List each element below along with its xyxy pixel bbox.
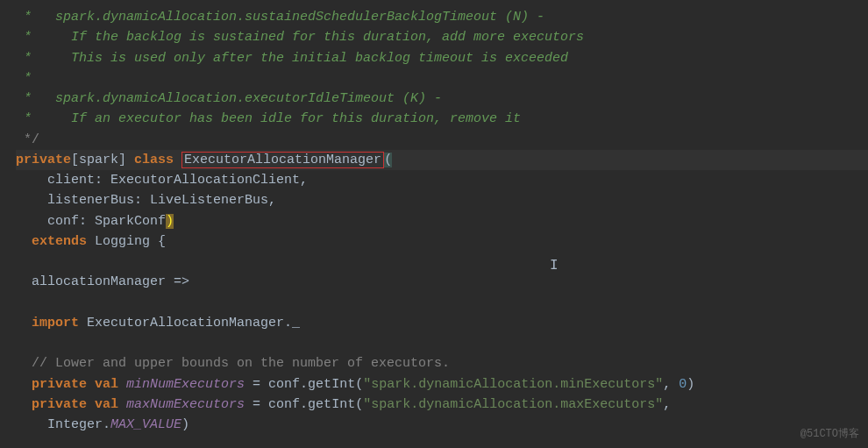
self-type-line[interactable]: allocationManager => <box>16 272 868 292</box>
val-declaration-line[interactable]: private val maxNumExecutors = conf.getIn… <box>16 395 868 415</box>
code-text: = conf.getInt( <box>245 377 363 392</box>
keyword-class: class <box>134 153 181 167</box>
param-line[interactable]: client: ExecutorAllocationClient, <box>16 170 868 190</box>
continuation-line[interactable]: Integer.MAX_VALUE) <box>16 415 868 435</box>
code-text: * If an executor has been idle for this … <box>16 111 521 126</box>
class-name-highlighted[interactable]: ExecutorAllocationManager <box>181 152 384 168</box>
keyword-val: val <box>95 397 118 412</box>
keyword-private: private <box>32 377 87 392</box>
comment-line: * This is used only after the initial ba… <box>16 48 868 68</box>
bracket: [ <box>71 153 79 167</box>
keyword-extends: extends <box>32 234 87 249</box>
line-comment: // Lower and upper bounds on the number … <box>16 353 868 373</box>
comment-line: */ <box>16 130 868 150</box>
comment-line: * If an executor has been idle for this … <box>16 109 868 129</box>
keyword-import: import <box>32 316 79 331</box>
code-text: */ <box>16 132 39 147</box>
string-literal: "spark.dynamicAllocation.maxExecutors" <box>363 397 663 412</box>
open-paren: ( <box>384 153 392 167</box>
keyword-private: private <box>32 397 87 412</box>
code-text: // Lower and upper bounds on the number … <box>16 356 450 371</box>
number-literal: 0 <box>679 377 687 392</box>
class-declaration-line[interactable]: private[spark] class ExecutorAllocationM… <box>16 150 868 170</box>
code-text: allocationManager => <box>16 274 189 289</box>
blank-line <box>16 252 868 272</box>
comment-line: * If the backlog is sustained for this d… <box>16 27 868 47</box>
blank-line <box>16 333 868 353</box>
field-name: maxNumExecutors <box>126 397 245 412</box>
code-text: listenerBus: LiveListenerBus, <box>16 193 276 208</box>
field-name: minNumExecutors <box>126 377 245 392</box>
bracket: ] <box>118 153 134 167</box>
code-text: client: ExecutorAllocationClient, <box>16 173 308 188</box>
code-text: * spark.dynamicAllocation.sustainedSched… <box>16 10 544 25</box>
code-text: = conf.getInt( <box>245 397 363 412</box>
keyword-val: val <box>95 377 118 392</box>
code-text: * spark.dynamicAllocation.executorIdleTi… <box>16 91 442 106</box>
comment-line: * <box>16 68 868 89</box>
watermark: @51CTO博客 <box>800 426 859 443</box>
code-text: * This is used only after the initial ba… <box>16 51 568 66</box>
blank-line <box>16 293 868 313</box>
param-line[interactable]: listenerBus: LiveListenerBus, <box>16 190 868 210</box>
code-text: conf: SparkConf <box>16 214 166 229</box>
code-text: Logging { <box>87 234 166 249</box>
keyword-private: private <box>16 153 71 167</box>
import-line[interactable]: import ExecutorAllocationManager._ <box>16 313 868 333</box>
code-text: Integer. <box>16 417 110 432</box>
close-paren-matched: ) <box>166 214 174 229</box>
scope-spark: spark <box>79 153 118 167</box>
val-declaration-line[interactable]: private val minNumExecutors = conf.getIn… <box>16 374 868 395</box>
text-cursor-icon: I <box>550 255 559 277</box>
code-text: * <box>16 71 32 86</box>
extends-line[interactable]: extends Logging { <box>16 231 868 252</box>
code-text: ExecutorAllocationManager._ <box>79 316 300 331</box>
comment-line: * spark.dynamicAllocation.executorIdleTi… <box>16 89 868 109</box>
static-field: MAX_VALUE <box>110 417 181 432</box>
string-literal: "spark.dynamicAllocation.minExecutors" <box>363 377 663 392</box>
code-text: * If the backlog is sustained for this d… <box>16 30 584 45</box>
comment-line: * spark.dynamicAllocation.sustainedSched… <box>16 7 868 27</box>
param-line[interactable]: conf: SparkConf) <box>16 211 868 231</box>
